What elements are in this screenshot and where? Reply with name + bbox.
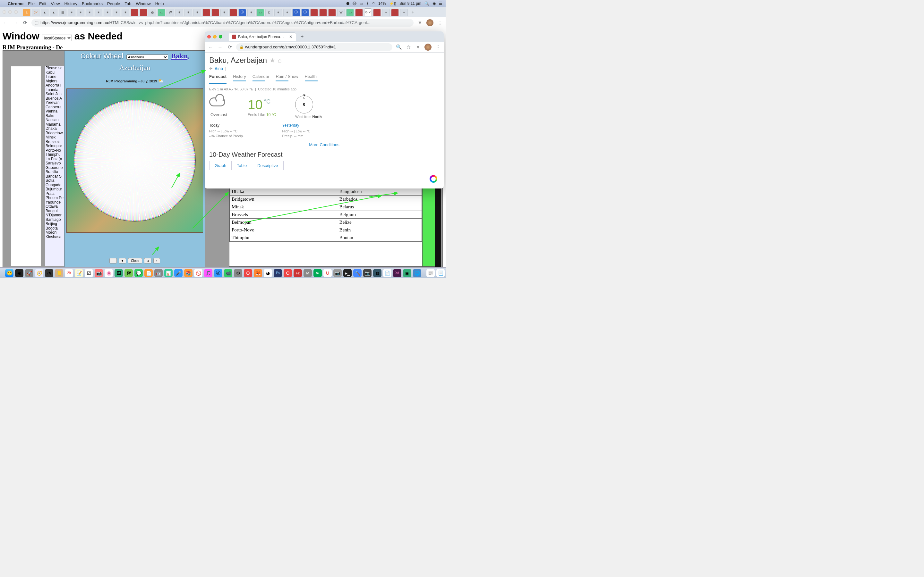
browser-tab[interactable]: ✶ <box>274 9 282 16</box>
city-list-item[interactable]: Gaborone <box>45 166 66 170</box>
browser-tab[interactable] <box>140 9 147 16</box>
menubar-extra-icon[interactable]: ⬢ <box>346 1 349 6</box>
browser-tab[interactable]: ⓘ <box>292 9 300 16</box>
bluetooth-icon[interactable]: ᚼ <box>367 1 368 6</box>
browser-tab[interactable]: ⓘ <box>301 9 309 16</box>
city-list-item[interactable]: Yaounde <box>45 200 66 205</box>
browser-tab[interactable] <box>319 9 327 16</box>
capital-cell[interactable]: Belmopan <box>230 219 337 226</box>
capital-cell[interactable]: Minsk <box>230 203 337 211</box>
menu-edit[interactable]: Edit <box>39 1 46 6</box>
terminal-icon[interactable]: ▸_ <box>343 269 352 277</box>
mission-control-icon[interactable]: ▦ <box>373 269 381 277</box>
chrome-menu[interactable]: ⋮ <box>437 19 443 26</box>
browser-tab[interactable]: W <box>166 9 174 16</box>
filezilla-icon[interactable]: Fz <box>294 269 302 277</box>
wheel-btn-left[interactable]: ◂ <box>144 258 152 263</box>
notification-center-icon[interactable]: ☰ <box>439 1 443 6</box>
menu-window[interactable]: Window <box>136 1 150 6</box>
itunes-icon[interactable]: 🎵 <box>204 269 212 277</box>
city-list-item[interactable]: Praia <box>45 192 66 196</box>
photoshop-icon[interactable]: Ps <box>274 269 282 277</box>
finder-icon[interactable]: 🙂 <box>5 269 13 277</box>
browser-tab[interactable]: ▭ <box>256 9 264 16</box>
city-list-item[interactable]: Bujumbur <box>45 187 66 192</box>
city-list-item[interactable]: Kinshasa <box>45 235 66 239</box>
contacts-icon[interactable]: 📒 <box>55 269 63 277</box>
wheel-btn-down[interactable]: ▾ <box>119 258 126 263</box>
tab-calendar[interactable]: Calendar <box>252 74 270 84</box>
wheel-btn-dash[interactable]: – <box>110 258 117 263</box>
country-cell[interactable]: Bhutan <box>337 234 422 242</box>
tab-health[interactable]: Health <box>305 74 318 84</box>
capital-cell[interactable]: Thimphu <box>230 234 337 242</box>
menu-help[interactable]: Help <box>155 1 164 6</box>
textedit-icon[interactable]: 📄 <box>383 269 391 277</box>
chrome-icon[interactable]: ◕ <box>264 269 272 277</box>
city-list-item[interactable]: Brasilia <box>45 170 66 174</box>
dashboard-icon[interactable]: ◔ <box>45 269 53 277</box>
city-list[interactable]: Please seKabulTiraneAlgiersAndorra lLuan… <box>45 66 66 266</box>
browser-tab[interactable]: ▲ <box>41 9 48 16</box>
country-cell[interactable]: Barbados <box>337 195 422 203</box>
tab-rain[interactable]: Rain / Snow <box>276 74 298 84</box>
city-list-item[interactable]: Buenos A <box>45 97 66 101</box>
country-cell[interactable]: Bangladesh <box>337 188 422 195</box>
city-list-item[interactable]: Bridgetow <box>45 131 66 135</box>
browser-tab[interactable]: ▲ <box>50 9 57 16</box>
popup-forward[interactable]: → <box>217 44 223 50</box>
wu-icon[interactable]: ሠ <box>313 269 322 277</box>
browser-tab[interactable]: ▭ <box>346 9 354 16</box>
browser-tab[interactable]: cP <box>32 9 39 16</box>
city-list-item[interactable]: Moroni <box>45 230 66 235</box>
menu-tab[interactable]: Tab <box>124 1 131 6</box>
colour-wheel[interactable] <box>74 100 196 221</box>
clock[interactable]: Sun 9:11 pm <box>399 1 421 6</box>
city-list-item[interactable]: Santiago <box>45 218 66 222</box>
keynote-icon[interactable]: 🎤 <box>174 269 183 277</box>
wheel-btn-close[interactable]: Close <box>128 258 142 263</box>
calendar-icon[interactable]: 29 <box>65 269 73 277</box>
city-list-item[interactable]: N'Djamer <box>45 213 66 218</box>
back-button[interactable]: ← <box>3 19 9 26</box>
popup-window-controls[interactable] <box>207 35 222 39</box>
reload-button[interactable]: ⟳ <box>22 19 28 26</box>
camera-icon[interactable]: 📷 <box>333 269 342 277</box>
block-icon[interactable]: 🚫 <box>194 269 202 277</box>
city-list-item[interactable]: Canberra <box>45 105 66 110</box>
city-list-item[interactable]: Ouagado <box>45 183 66 187</box>
browser-tab[interactable]: ✶ <box>121 9 129 16</box>
capital-cell[interactable]: Brussels <box>230 211 337 219</box>
browser-tab[interactable]: ✶ <box>103 9 111 16</box>
pages-icon[interactable]: 📄 <box>144 269 153 277</box>
automator-icon[interactable]: 🤖 <box>154 269 163 277</box>
siri-icon[interactable]: ◉ <box>433 1 436 6</box>
airplay-icon[interactable]: ▭ <box>360 1 363 6</box>
ibooks-icon[interactable]: 📚 <box>184 269 192 277</box>
preview-icon[interactable]: 🖼 <box>115 269 123 277</box>
city-list-item[interactable]: La Paz (a <box>45 157 66 161</box>
new-tab-button[interactable]: + <box>409 9 417 16</box>
popup-browser-tab[interactable]: Baku, Azerbaijan Forecast | We ✕ <box>229 32 296 41</box>
capital-cell[interactable]: Porto-Novo <box>230 226 337 234</box>
notes-icon[interactable]: 📝 <box>75 269 83 277</box>
favorite-star-icon[interactable]: ★ <box>270 56 275 64</box>
popup-back[interactable]: ← <box>207 44 214 50</box>
messages-icon[interactable]: 💬 <box>134 269 143 277</box>
address-bar[interactable]: ⬚ https://www.rjmprogramming.com.au /HTM… <box>31 19 414 27</box>
browser-tab[interactable]: ✶ <box>86 9 94 16</box>
storage-select[interactable]: localStorage <box>42 35 72 41</box>
browser-tab[interactable]: ✶ <box>184 9 192 16</box>
city-list-item[interactable]: Sarajevo <box>45 161 66 166</box>
home-icon[interactable]: ⌂ <box>278 57 282 64</box>
browser-tab[interactable]: ⟨⟩ <box>265 9 273 16</box>
city-list-item[interactable]: Vienna <box>45 109 66 114</box>
browser-tab[interactable] <box>131 9 138 16</box>
reminders-icon[interactable]: ☑ <box>85 269 93 277</box>
close-tab-icon[interactable]: ✕ <box>289 34 292 39</box>
numbers-icon[interactable]: 📊 <box>164 269 173 277</box>
view-graph[interactable]: Graph <box>210 161 232 170</box>
browser-tab[interactable]: ▦ <box>59 9 66 16</box>
city-list-item[interactable]: Belmopar <box>45 144 66 148</box>
siri-icon[interactable]: ◉ <box>15 269 23 277</box>
